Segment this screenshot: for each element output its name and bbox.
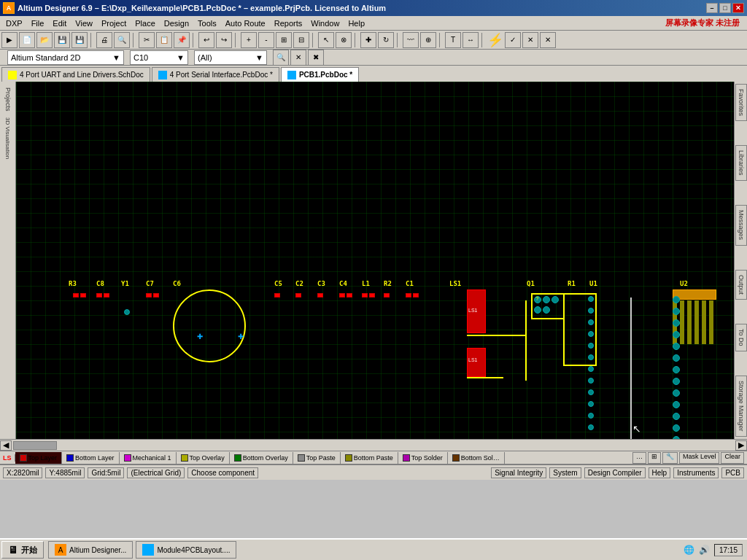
scroll-thumb-h[interactable] (13, 441, 57, 450)
status-pcb[interactable]: PCB (721, 467, 744, 478)
status-signal[interactable]: Signal Integrity (491, 467, 546, 478)
scroll-right-btn[interactable]: ▶ (735, 440, 747, 451)
sidebar-tab-storage[interactable]: Storage Manager (735, 376, 747, 437)
tb-btn-drc[interactable]: ✓ (505, 32, 521, 48)
menu-autoroute[interactable]: Auto Route (221, 18, 270, 28)
main-area: Projects 3D Visualisation R3 C8 Y1 C7 C6… (0, 82, 747, 439)
left-label-projects[interactable]: Projects (4, 85, 12, 114)
clear-btn[interactable]: Clear (721, 452, 744, 464)
close-button[interactable]: ✕ (732, 3, 744, 13)
sidebar-tab-messages[interactable]: Messages (735, 205, 747, 245)
layer-tab-top[interactable]: Top Layer (15, 452, 63, 464)
taskbar-module[interactable]: Module4PCBLayout.... (136, 541, 236, 559)
status-design-compiler[interactable]: Design Compiler (584, 467, 646, 478)
tb-btn-text[interactable]: T (445, 32, 461, 48)
maximize-button[interactable]: □ (719, 3, 731, 13)
tb-btn-zoom-area[interactable]: ⊟ (293, 32, 309, 48)
tb-btn-save[interactable]: 💾 (54, 32, 70, 48)
status-system[interactable]: System (549, 467, 581, 478)
tab-schematic[interactable]: 4 Port UART and Line Drivers.SchDoc (1, 67, 150, 82)
layer-tab-mech1[interactable]: Mechanical 1 (120, 452, 177, 464)
layer-tab-bottom[interactable]: Bottom Layer (62, 452, 120, 464)
start-button[interactable]: 🖥 开始 (1, 541, 44, 559)
tb-btn-deselect[interactable]: ⊗ (336, 32, 352, 48)
via-r8 (588, 378, 594, 384)
tb-btn-select[interactable]: ↖ (318, 32, 334, 48)
status-right: Signal Integrity System Design Compiler … (491, 467, 744, 478)
tab-pcb2[interactable]: PCB1.PcbDoc * (281, 67, 359, 82)
pad-c8b (104, 293, 109, 298)
menu-place[interactable]: Place (131, 18, 160, 28)
sidebar-tab-favorites[interactable]: Favorites (735, 84, 747, 121)
tb-btn-paste[interactable]: 📌 (174, 32, 190, 48)
dropdown-view[interactable]: Altium Standard 2D ▼ (7, 50, 124, 65)
menu-reports[interactable]: Reports (270, 18, 307, 28)
tb-btn-comp[interactable]: ⊕ (420, 32, 436, 48)
via-r10 (588, 401, 594, 407)
layer-tab-botsolder[interactable]: Bottom Sol… (448, 452, 505, 464)
tb-btn-cross2[interactable]: ✕ (540, 32, 556, 48)
pad-c7 (146, 293, 152, 298)
tb-btn-cut[interactable]: ✂ (139, 32, 155, 48)
layer-btn-dots[interactable]: … (632, 452, 646, 464)
status-help[interactable]: Help (649, 467, 671, 478)
menu-edit[interactable]: Edit (48, 18, 71, 28)
tb-btn-print2[interactable]: 🔍 (114, 32, 130, 48)
sidebar-tab-libraries[interactable]: Libraries (735, 145, 747, 181)
tb-btn-zoom-out[interactable]: - (258, 32, 274, 48)
sidebar-tab-output[interactable]: Output (735, 270, 747, 300)
tb-btn-print[interactable]: 🖨 (96, 32, 112, 48)
dropdown-component[interactable]: C10 ▼ (130, 50, 188, 65)
layer-btn-wrench[interactable]: 🔧 (662, 452, 678, 464)
menu-view[interactable]: View (71, 18, 97, 28)
tb-btn-wire[interactable]: 〰 (403, 32, 419, 48)
tb-btn-undo[interactable]: ↩ (198, 32, 214, 48)
status-instruments[interactable]: Instruments (673, 467, 719, 478)
tb-btn-dim[interactable]: ↔ (462, 32, 479, 48)
sidebar-tab-todo[interactable]: To Do (735, 324, 747, 351)
tb-btn-new[interactable]: 📄 (19, 32, 35, 48)
menu-design[interactable]: Design (160, 18, 193, 28)
menu-window[interactable]: Window (306, 18, 344, 28)
taskbar-altium[interactable]: A Altium Designer... (48, 541, 133, 559)
layer-tab-toppaste[interactable]: Top Paste (293, 452, 341, 464)
dropdown-view-label: Altium Standard 2D (11, 53, 80, 62)
scroll-left-btn[interactable]: ◀ (0, 440, 12, 451)
title-bar-buttons[interactable]: – □ ✕ (706, 3, 744, 13)
minimize-button[interactable]: – (706, 3, 718, 13)
h-scrollbar[interactable]: ◀ ▶ (0, 439, 747, 451)
layer-tab-topoverlay[interactable]: Top Overlay (177, 452, 230, 464)
menu-dxp[interactable]: DXP (1, 18, 27, 28)
layer-tab-topsolder[interactable]: Top Solder (398, 452, 448, 464)
tb-btn-rotate[interactable]: ↻ (378, 32, 394, 48)
tab-pcb1[interactable]: 4 Port Serial Interface.PcbDoc * (152, 67, 279, 82)
tb-btn-zoom-all[interactable]: ⊞ (276, 32, 292, 48)
mask-level-btn[interactable]: Mask Level (679, 452, 720, 464)
line-v1 (525, 300, 527, 381)
tb-btn-copy[interactable]: 📋 (156, 32, 172, 48)
menu-tools[interactable]: Tools (193, 18, 221, 28)
tb-btn-1[interactable]: ▶ (1, 32, 18, 48)
menu-project[interactable]: Project (97, 18, 131, 28)
pad-c1b (413, 293, 419, 298)
tb-btn-open[interactable]: 📂 (36, 32, 53, 48)
tb-btn-move[interactable]: ✚ (360, 32, 376, 48)
tb-btn-cross[interactable]: ✕ (522, 32, 538, 48)
dropdown-net[interactable]: (All) ▼ (194, 50, 267, 65)
tb-btn-zoom-in[interactable]: + (241, 32, 257, 48)
menu-help[interactable]: Help (344, 18, 369, 28)
via-r7 (588, 366, 594, 372)
status-bar: X:2820mil Y:4885mil Grid:5mil (Electrica… (0, 464, 747, 480)
left-label-3d[interactable]: 3D Visualisation (4, 114, 11, 162)
pcb-canvas[interactable]: R3 C8 Y1 C7 C6 ✚ ✚ C5 C2 C3 C4 (16, 82, 734, 439)
tb2-btn-search[interactable]: 🔍 (273, 50, 289, 66)
tb2-btn-clear[interactable]: ✕ (290, 50, 306, 66)
tb2-btn-cross[interactable]: ✖ (308, 50, 324, 66)
layer-btn-options[interactable]: ⊞ (648, 452, 661, 464)
left-panel: Projects 3D Visualisation (0, 82, 16, 439)
menu-file[interactable]: File (27, 18, 49, 28)
layer-tab-botoverlay[interactable]: Bottom Overlay (230, 452, 293, 464)
layer-tab-botpaste[interactable]: Bottom Paste (341, 452, 398, 464)
tb-btn-save2[interactable]: 💾 (71, 32, 88, 48)
tb-btn-redo[interactable]: ↪ (216, 32, 232, 48)
